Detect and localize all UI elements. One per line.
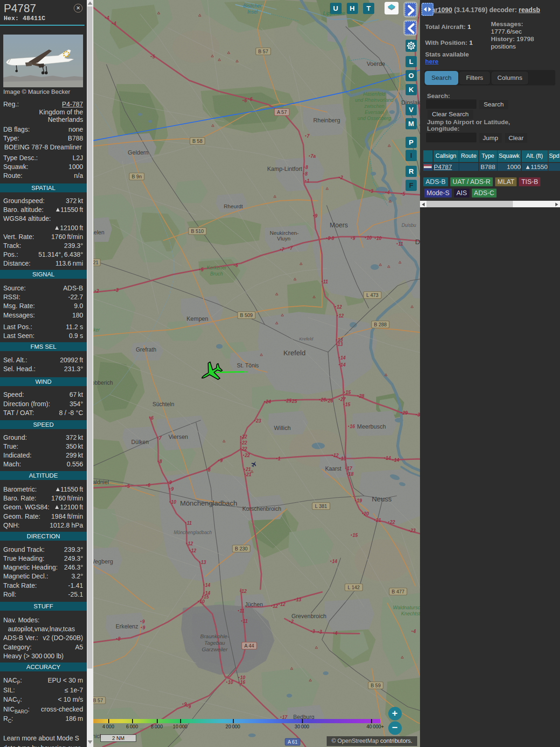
svg-text:Jüchen: Jüchen <box>245 601 263 608</box>
svg-text:B 9n: B 9n <box>132 174 142 179</box>
svg-text:10: 10 <box>367 235 372 240</box>
svg-text:11: 11 <box>187 521 192 526</box>
svg-text:Korschenbroich: Korschenbroich <box>242 506 281 512</box>
svg-text:6: 6 <box>250 97 253 102</box>
svg-text:9: 9 <box>143 625 146 630</box>
svg-text:B 477: B 477 <box>392 589 405 594</box>
svg-text:5: 5 <box>127 484 130 489</box>
svg-text:4: 4 <box>413 629 416 634</box>
svg-text:14: 14 <box>394 458 400 463</box>
svg-text:Kerkener: Kerkener <box>207 265 227 270</box>
svg-text:5: 5 <box>153 54 155 59</box>
svg-text:11: 11 <box>243 619 248 624</box>
svg-text:3: 3 <box>116 288 119 293</box>
svg-text:und Rheinvorland: und Rheinvorland <box>355 97 394 103</box>
svg-text:Braunkohle-: Braunkohle- <box>200 634 229 639</box>
svg-text:23: 23 <box>256 418 262 423</box>
svg-text:3: 3 <box>320 629 322 634</box>
svg-text:27: 27 <box>340 397 346 402</box>
svg-text:15: 15 <box>345 402 351 407</box>
svg-text:Vluyn: Vluyn <box>277 236 291 241</box>
svg-text:Bislicher: Bislicher <box>243 3 262 8</box>
svg-text:14: 14 <box>341 362 346 367</box>
svg-text:4: 4 <box>106 15 110 21</box>
svg-text:Voerde: Voerde <box>367 61 385 67</box>
svg-text:22: 22 <box>390 520 396 525</box>
svg-text:17: 17 <box>347 466 353 471</box>
svg-text:9: 9 <box>171 486 174 492</box>
svg-text:B 58: B 58 <box>192 138 203 144</box>
svg-text:aelen: aelen <box>93 229 105 236</box>
svg-text:A 57: A 57 <box>277 109 287 115</box>
svg-text:6: 6 <box>236 263 238 268</box>
svg-text:8: 8 <box>118 636 121 641</box>
svg-text:Dülken: Dülken <box>131 439 148 445</box>
svg-text:12: 12 <box>280 602 286 607</box>
svg-text:Rheinberg: Rheinberg <box>313 117 340 124</box>
svg-text:4: 4 <box>335 631 338 636</box>
svg-text:13: 13 <box>338 342 343 347</box>
svg-text:Willich: Willich <box>274 425 291 431</box>
svg-text:9: 9 <box>189 704 191 709</box>
svg-text:10: 10 <box>228 680 234 685</box>
svg-text:B 288: B 288 <box>374 322 387 327</box>
svg-text:ker: ker <box>93 327 100 332</box>
svg-text:6: 6 <box>245 98 247 103</box>
svg-text:Bedburg: Bedburg <box>293 714 314 720</box>
svg-text:Lippeaue: Lippeaue <box>323 10 345 16</box>
svg-text:5: 5 <box>201 267 204 272</box>
svg-text:L 473: L 473 <box>366 292 378 298</box>
svg-text:4: 4 <box>387 190 390 195</box>
svg-text:9: 9 <box>184 702 187 707</box>
svg-text:12: 12 <box>273 604 279 609</box>
svg-text:3: 3 <box>313 629 315 634</box>
svg-text:L 381: L 381 <box>315 503 327 509</box>
svg-text:14: 14 <box>332 559 338 564</box>
svg-text:8: 8 <box>332 236 335 241</box>
svg-text:2: 2 <box>291 619 294 624</box>
svg-text:6: 6 <box>148 483 151 488</box>
svg-text:7: 7 <box>290 246 293 251</box>
svg-text:aldniel: aldniel <box>93 479 109 486</box>
svg-text:B 57: B 57 <box>258 49 268 54</box>
svg-text:8: 8 <box>160 459 162 464</box>
svg-text:Duisbu: Duisbu <box>401 223 416 228</box>
svg-text:B 230: B 230 <box>235 546 248 551</box>
svg-text:Hasenfeld: Hasenfeld <box>363 91 385 97</box>
svg-text:21: 21 <box>376 518 382 523</box>
svg-text:8: 8 <box>306 165 308 170</box>
svg-text:12: 12 <box>339 313 344 318</box>
svg-text:24: 24 <box>266 399 272 404</box>
svg-text:Neukirchen-: Neukirchen- <box>270 230 299 236</box>
svg-text:11: 11 <box>240 608 245 613</box>
svg-text:29: 29 <box>402 410 408 416</box>
svg-text:obberich: obberich <box>93 380 113 386</box>
svg-text:9: 9 <box>353 236 356 241</box>
svg-text:26: 26 <box>328 398 334 403</box>
svg-text:Geldern: Geldern <box>128 149 149 156</box>
svg-text:Waldnatursch: Waldnatursch <box>393 605 420 610</box>
svg-text:2: 2 <box>96 289 99 294</box>
svg-text:Kempen: Kempen <box>187 316 209 322</box>
svg-text:18: 18 <box>349 472 354 477</box>
svg-text:Wegberg: Wegberg <box>93 558 113 565</box>
svg-text:Insel: Insel <box>247 9 258 14</box>
svg-text:10: 10 <box>171 500 177 505</box>
svg-text:Garzweiler: Garzweiler <box>202 647 228 652</box>
svg-text:16: 16 <box>350 424 356 429</box>
svg-text:11: 11 <box>399 241 404 247</box>
svg-text:Viersen: Viersen <box>168 434 188 440</box>
svg-text:17: 17 <box>282 715 288 720</box>
svg-text:13: 13 <box>341 456 347 461</box>
svg-text:13: 13 <box>201 560 207 565</box>
svg-text:Bruch: Bruch <box>210 271 223 276</box>
svg-text:Mönchengladbach: Mönchengladbach <box>174 530 212 535</box>
svg-text:9: 9 <box>142 619 145 624</box>
svg-text:Moers: Moers <box>330 221 348 229</box>
svg-text:15: 15 <box>346 390 351 395</box>
svg-text:5: 5 <box>403 191 406 197</box>
svg-text:8: 8 <box>208 467 211 472</box>
svg-text:22: 22 <box>242 440 248 445</box>
svg-text:Knechtst: Knechtst <box>401 611 420 616</box>
svg-text:12: 12 <box>188 541 194 546</box>
